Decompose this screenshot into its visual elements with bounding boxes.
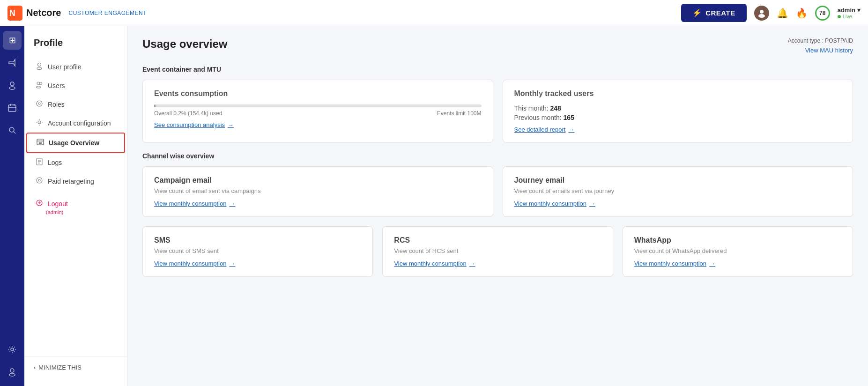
view-mau-link[interactable]: View MAU history bbox=[805, 47, 853, 54]
svg-point-16 bbox=[37, 67, 42, 70]
sidebar-icon-grid[interactable]: ⊞ bbox=[3, 31, 22, 50]
sidebar-item-users[interactable]: Users bbox=[26, 76, 125, 95]
live-badge: Live bbox=[838, 14, 852, 19]
notification-icon[interactable]: 🔔 bbox=[777, 7, 788, 19]
main-layout: ⊞ Profile User profile bbox=[0, 26, 868, 386]
arrow-right-icon-2: → bbox=[568, 126, 574, 133]
channel-card-sms: SMS View count of SMS sent View monthly … bbox=[142, 226, 373, 277]
whatsapp-link[interactable]: View monthly consumption → bbox=[634, 260, 841, 267]
arrow-right-icon-4: → bbox=[589, 200, 595, 207]
admin-name[interactable]: admin ▾ bbox=[838, 7, 861, 14]
minimize-bar[interactable]: ‹ MINIMIZE THIS bbox=[24, 356, 127, 379]
score-badge[interactable]: 78 bbox=[815, 6, 830, 21]
sidebar-item-account-config[interactable]: Account configuration bbox=[26, 114, 125, 133]
journey-email-link[interactable]: View monthly consumption → bbox=[514, 200, 842, 207]
whatsapp-title: WhatsApp bbox=[634, 236, 841, 245]
fire-icon[interactable]: 🔥 bbox=[796, 7, 808, 19]
sidebar-item-user-profile[interactable]: User profile bbox=[26, 58, 125, 76]
svg-point-32 bbox=[38, 179, 40, 181]
logout-sublabel: (admin) bbox=[24, 209, 127, 215]
arrow-right-icon-5: → bbox=[229, 260, 235, 267]
account-info: Account type : POSTPAID View MAU history bbox=[788, 37, 853, 54]
content-header: Usage overview Account type : POSTPAID V… bbox=[142, 37, 853, 54]
sidebar-icon-user-bottom[interactable] bbox=[3, 363, 22, 381]
sms-link[interactable]: View monthly consumption → bbox=[154, 260, 361, 267]
campaign-email-title: Campaign email bbox=[154, 176, 482, 185]
channel-row-1: Campaign email View count of email sent … bbox=[142, 166, 853, 217]
channel-section-title: Channel wise overview bbox=[142, 152, 853, 160]
svg-text:N: N bbox=[9, 8, 15, 18]
svg-point-10 bbox=[9, 127, 14, 132]
channel-card-journey-email: Journey email View count of emails sent … bbox=[503, 166, 853, 217]
user-profile-label: User profile bbox=[48, 63, 82, 71]
arrow-right-icon: → bbox=[228, 121, 234, 128]
logout-label: Logout bbox=[48, 200, 68, 208]
channel-card-rcs: RCS View count of RCS sent View monthly … bbox=[382, 226, 613, 277]
paid-retargeting-label: Paid retargeting bbox=[48, 178, 94, 185]
sidebar-icon-search[interactable] bbox=[3, 121, 22, 140]
topnav-right: ⚡ CREATE 🔔 🔥 78 admin ▾ Live bbox=[681, 4, 861, 22]
svg-point-3 bbox=[758, 14, 765, 18]
create-label: CREATE bbox=[705, 9, 735, 17]
journey-email-desc: View count of emails sent via journey bbox=[514, 187, 842, 194]
progress-bar-fill bbox=[154, 104, 156, 107]
svg-line-11 bbox=[14, 132, 15, 134]
logs-icon bbox=[36, 158, 43, 167]
mtu-card-title: Monthly tracked users bbox=[514, 89, 842, 98]
rcs-title: RCS bbox=[394, 236, 601, 245]
events-card-title: Events consumption bbox=[154, 89, 482, 98]
svg-point-4 bbox=[10, 82, 14, 86]
sidebar-item-usage-overview[interactable]: Usage Overview bbox=[26, 133, 125, 153]
sidebar-icon-calendar[interactable] bbox=[3, 98, 22, 117]
prev-month-stat: Previous month: 165 bbox=[514, 114, 842, 121]
detailed-report-link[interactable]: See detailed report → bbox=[514, 126, 842, 133]
icon-sidebar: ⊞ bbox=[0, 26, 24, 386]
account-type-label: Account type : POSTPAID bbox=[788, 37, 853, 44]
chevron-left-icon: ‹ bbox=[34, 364, 36, 371]
svg-point-22 bbox=[38, 121, 41, 124]
sidebar-item-roles[interactable]: Roles bbox=[26, 95, 125, 114]
users-label: Users bbox=[48, 82, 65, 89]
roles-icon bbox=[36, 100, 43, 109]
arrow-right-icon-6: → bbox=[469, 260, 475, 267]
paid-retargeting-icon bbox=[36, 177, 43, 186]
sidebar-icon-person[interactable] bbox=[3, 76, 22, 95]
user-profile-icon bbox=[36, 62, 43, 72]
users-icon bbox=[36, 81, 43, 90]
progress-section: Overall 0.2% (154.4k) used Events limit … bbox=[154, 104, 482, 117]
sidebar-item-logs[interactable]: Logs bbox=[26, 153, 125, 172]
sms-desc: View count of SMS sent bbox=[154, 247, 361, 254]
rcs-link[interactable]: View monthly consumption → bbox=[394, 260, 601, 267]
svg-point-14 bbox=[9, 373, 15, 376]
admin-area: admin ▾ Live bbox=[838, 7, 861, 19]
minimize-label: MINIMIZE THIS bbox=[38, 364, 81, 371]
consumption-analysis-link[interactable]: See consumption analysis → bbox=[154, 121, 482, 128]
svg-rect-6 bbox=[8, 105, 16, 111]
logs-label: Logs bbox=[48, 159, 62, 166]
sidebar-icon-megaphone[interactable] bbox=[3, 53, 22, 72]
create-button[interactable]: ⚡ CREATE bbox=[681, 4, 747, 22]
svg-point-5 bbox=[9, 87, 15, 89]
progress-labels: Overall 0.2% (154.4k) used Events limit … bbox=[154, 110, 482, 117]
events-section-title: Event container and MTU bbox=[142, 66, 853, 73]
prev-month-value: 165 bbox=[564, 114, 574, 121]
product-label: CUSTOMER ENGAGEMENT bbox=[68, 10, 147, 16]
campaign-email-link[interactable]: View monthly consumption → bbox=[154, 200, 482, 207]
svg-point-2 bbox=[760, 10, 764, 14]
account-config-icon bbox=[36, 119, 43, 128]
brand-name: Netcore bbox=[26, 7, 61, 18]
svg-point-13 bbox=[10, 369, 14, 372]
svg-point-15 bbox=[38, 63, 41, 67]
channel-card-whatsapp: WhatsApp View count of WhatsApp delivere… bbox=[623, 226, 853, 277]
page-title: Usage overview bbox=[142, 37, 227, 51]
sidebar-icon-settings[interactable] bbox=[3, 340, 22, 359]
journey-email-title: Journey email bbox=[514, 176, 842, 185]
rcs-desc: View count of RCS sent bbox=[394, 247, 601, 254]
content-area: Usage overview Account type : POSTPAID V… bbox=[127, 26, 868, 386]
campaign-email-desc: View count of email sent via campaigns bbox=[154, 187, 482, 194]
user-avatar[interactable] bbox=[754, 6, 769, 21]
arrow-right-icon-7: → bbox=[709, 260, 715, 267]
sidebar-item-paid-retargeting[interactable]: Paid retargeting bbox=[26, 172, 125, 191]
channel-card-campaign-email: Campaign email View count of email sent … bbox=[142, 166, 493, 217]
live-dot bbox=[838, 15, 841, 18]
